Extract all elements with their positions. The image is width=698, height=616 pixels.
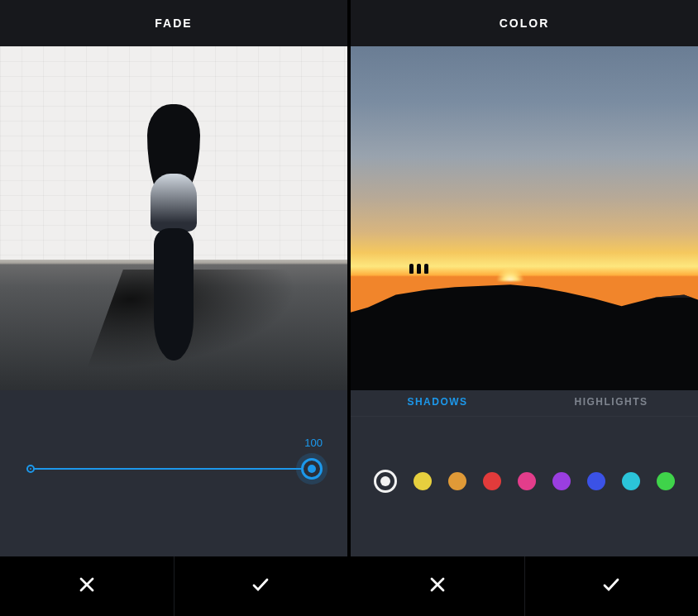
color-title: COLOR — [351, 0, 698, 46]
confirm-button[interactable] — [174, 556, 348, 616]
swatch-orange[interactable] — [448, 472, 466, 490]
color-panel: COLOR SHADOWSHIGHLIGHTS — [351, 0, 698, 616]
tab-shadows[interactable]: SHADOWS — [351, 390, 524, 416]
color-swatches — [351, 470, 698, 493]
fade-controls: 100 — [0, 390, 347, 556]
fade-slider-thumb[interactable] — [301, 458, 323, 480]
cancel-button[interactable] — [0, 556, 174, 616]
color-preview — [351, 46, 698, 390]
cancel-button[interactable] — [351, 556, 524, 616]
swatch-red[interactable] — [483, 472, 501, 490]
person-silhouette — [136, 104, 212, 362]
close-icon — [77, 575, 97, 598]
fade-slider[interactable]: 100 — [26, 468, 321, 470]
confirm-button[interactable] — [525, 556, 699, 616]
color-footer — [351, 556, 698, 616]
check-icon — [601, 575, 621, 598]
fade-slider-origin — [26, 465, 35, 473]
people-silhouettes — [409, 264, 428, 274]
swatch-purple[interactable] — [552, 472, 571, 490]
fade-title: FADE — [0, 0, 347, 46]
fade-preview — [0, 46, 347, 390]
swatch-magenta[interactable] — [518, 472, 536, 490]
fade-footer — [0, 556, 347, 616]
fade-slider-value: 100 — [304, 437, 323, 449]
fade-panel: FADE 100 — [0, 0, 347, 616]
fade-slider-track[interactable] — [26, 468, 321, 470]
swatch-green[interactable] — [657, 472, 675, 490]
color-controls: SHADOWSHIGHLIGHTS — [351, 390, 698, 556]
check-icon — [251, 575, 270, 598]
tab-highlights[interactable]: HIGHLIGHTS — [524, 390, 698, 416]
swatch-blue[interactable] — [587, 472, 605, 490]
swatch-cyan[interactable] — [622, 472, 640, 490]
color-tabs: SHADOWSHIGHLIGHTS — [351, 390, 698, 417]
swatch-yellow[interactable] — [414, 472, 432, 490]
close-icon — [428, 575, 447, 598]
swatch-none[interactable] — [374, 470, 397, 493]
